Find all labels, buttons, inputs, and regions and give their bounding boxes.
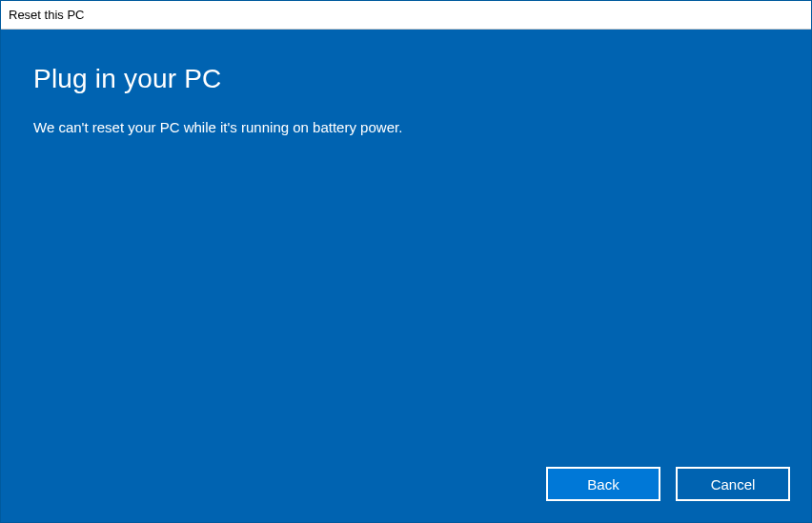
page-message: We can't reset your PC while it's runnin… [33, 119, 779, 135]
window-title: Reset this PC [9, 8, 84, 22]
page-heading: Plug in your PC [33, 64, 779, 94]
back-button[interactable]: Back [546, 467, 660, 501]
cancel-button[interactable]: Cancel [676, 467, 790, 501]
button-row: Back Cancel [546, 467, 790, 501]
dialog-content: Plug in your PC We can't reset your PC w… [1, 30, 811, 522]
titlebar: Reset this PC [1, 1, 811, 30]
dialog-window: Reset this PC Plug in your PC We can't r… [0, 0, 812, 523]
